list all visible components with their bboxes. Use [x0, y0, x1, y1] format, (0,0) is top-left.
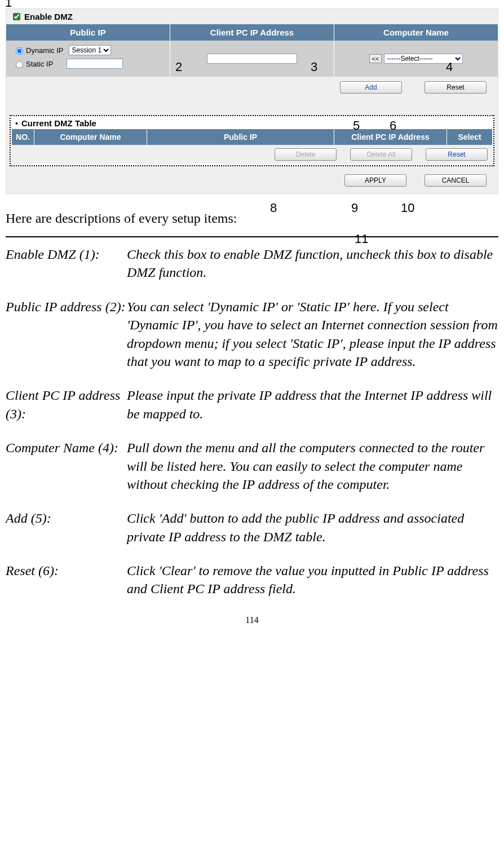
description-row: Add (5):Click 'Add' button to add the pu…: [6, 509, 498, 546]
add-button[interactable]: Add: [340, 81, 402, 94]
annotation-9: 9: [351, 201, 358, 215]
description-row: Public IP address (2):You can select 'Dy…: [6, 298, 498, 371]
header-public-ip: Public IP: [6, 24, 170, 41]
current-dmz-table-section: • Current DMZ Table NO. Computer Name Pu…: [10, 115, 494, 166]
annotation-10: 10: [401, 201, 414, 215]
description-label: Enable DMZ (1):: [6, 245, 127, 282]
description-text: Click 'Add' button to add the public IP …: [127, 509, 498, 546]
intro-text: Here are descriptions of every setup ite…: [6, 211, 498, 226]
table-reset-button[interactable]: Reset: [426, 148, 488, 161]
description-label: Add (5):: [6, 509, 127, 546]
header-client-ip: Client PC IP Address: [170, 24, 334, 41]
bullet-icon: •: [15, 119, 18, 128]
enable-dmz-label: Enable DMZ: [24, 12, 73, 21]
copy-button[interactable]: <<: [369, 54, 382, 63]
description-row: Client PC IP address (3):Please input th…: [6, 386, 498, 423]
annotation-1: 1: [5, 0, 12, 10]
header-computer-name: Computer Name: [334, 24, 498, 41]
current-dmz-table-title: Current DMZ Table: [21, 118, 96, 128]
divider: [6, 236, 498, 237]
delete-button[interactable]: Delete: [275, 148, 337, 161]
delete-all-button[interactable]: Delete All: [350, 148, 412, 161]
annotation-2: 2: [175, 60, 182, 74]
description-row: Computer Name (4):Pull down the menu and…: [6, 439, 498, 493]
col-public-ip: Public IP: [147, 129, 334, 145]
description-text: Check this box to enable DMZ function, u…: [127, 245, 498, 282]
col-computer-name: Computer Name: [34, 129, 147, 145]
description-row: Reset (6):Click 'Clear' to remove the va…: [6, 562, 498, 598]
cancel-button[interactable]: CANCEL: [425, 174, 487, 187]
client-ip-input[interactable]: [207, 54, 297, 64]
annotation-11: 11: [355, 232, 368, 246]
description-label: Public IP address (2):: [6, 298, 127, 371]
apply-button[interactable]: APPLY: [344, 174, 406, 187]
enable-dmz-checkbox[interactable]: [13, 13, 20, 20]
description-text: Pull down the menu and all the computers…: [127, 439, 498, 493]
col-no: NO.: [12, 129, 34, 145]
annotation-4: 4: [446, 60, 453, 74]
static-ip-label: Static IP: [26, 60, 53, 68]
dmz-config-panel: 1 2 3 4 5 6 7 8 9 10 11 Enable DMZ Publi…: [6, 8, 498, 194]
session-select[interactable]: Session 1: [69, 45, 111, 55]
description-row: Enable DMZ (1):Check this box to enable …: [6, 245, 498, 282]
description-text: Please input the private IP address that…: [127, 386, 498, 423]
page-number: 114: [6, 615, 498, 625]
description-text: You can select 'Dynamic IP' or 'Static I…: [127, 298, 498, 371]
annotation-8: 8: [270, 201, 277, 215]
description-label: Client PC IP address (3):: [6, 386, 127, 423]
col-select: Select: [447, 129, 492, 145]
annotation-3: 3: [311, 60, 317, 74]
description-label: Reset (6):: [6, 562, 127, 598]
description-text: Click 'Clear' to remove the value you in…: [127, 562, 498, 598]
static-ip-radio[interactable]: [16, 61, 23, 68]
annotation-6: 6: [390, 118, 396, 133]
dynamic-ip-radio[interactable]: [16, 47, 23, 55]
dynamic-ip-label: Dynamic IP: [26, 46, 63, 55]
reset-button[interactable]: Reset: [425, 81, 487, 94]
annotation-5: 5: [353, 118, 360, 133]
static-ip-input[interactable]: [67, 59, 123, 69]
description-list: Enable DMZ (1):Check this box to enable …: [6, 245, 498, 598]
description-label: Computer Name (4):: [6, 439, 127, 493]
